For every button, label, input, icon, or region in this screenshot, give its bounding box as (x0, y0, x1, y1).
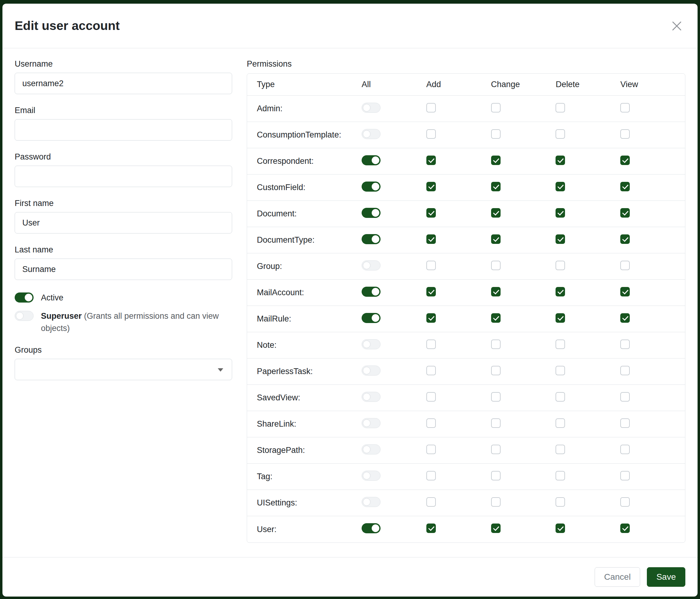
permission-add-checkbox[interactable] (426, 524, 436, 533)
permission-add-checkbox[interactable] (426, 418, 436, 428)
permission-change-checkbox[interactable] (491, 471, 501, 480)
close-icon[interactable] (670, 19, 684, 33)
permission-change-checkbox[interactable] (491, 366, 501, 375)
permission-delete-checkbox[interactable] (555, 261, 565, 270)
permission-add-checkbox[interactable] (426, 261, 436, 270)
permission-all-toggle[interactable] (361, 523, 380, 533)
permission-change-checkbox[interactable] (491, 129, 501, 139)
permission-view-checkbox[interactable] (620, 155, 630, 165)
permission-type-label: PaperlessTask: (247, 367, 361, 376)
password-input[interactable] (15, 166, 232, 187)
permission-add-checkbox[interactable] (426, 208, 436, 218)
permission-all-toggle[interactable] (361, 339, 380, 349)
permission-all-toggle[interactable] (361, 287, 380, 297)
permission-view-checkbox[interactable] (620, 182, 630, 191)
permission-add-checkbox[interactable] (426, 234, 436, 244)
permission-view-checkbox[interactable] (620, 339, 630, 349)
permission-view-checkbox[interactable] (620, 392, 630, 402)
last-name-input[interactable] (15, 259, 232, 280)
permission-delete-checkbox[interactable] (555, 366, 565, 375)
permission-all-toggle[interactable] (361, 497, 380, 507)
permission-change-checkbox[interactable] (491, 497, 501, 507)
permission-all-toggle[interactable] (361, 182, 380, 192)
permission-delete-checkbox[interactable] (555, 339, 565, 349)
permission-change-checkbox[interactable] (491, 339, 501, 349)
permission-add-checkbox[interactable] (426, 313, 436, 323)
permission-delete-checkbox[interactable] (555, 392, 565, 402)
first-name-input[interactable] (15, 212, 232, 234)
permission-view-checkbox[interactable] (620, 103, 630, 113)
active-toggle[interactable] (15, 292, 33, 303)
permission-add-checkbox[interactable] (426, 497, 436, 507)
permission-change-checkbox[interactable] (491, 418, 501, 428)
permission-change-checkbox[interactable] (491, 524, 501, 533)
permission-delete-checkbox[interactable] (555, 524, 565, 533)
email-input[interactable] (15, 119, 232, 141)
permission-add-checkbox[interactable] (426, 155, 436, 165)
permission-view-checkbox[interactable] (620, 497, 630, 507)
permission-view-checkbox[interactable] (620, 524, 630, 533)
permission-change-checkbox[interactable] (491, 261, 501, 270)
permission-all-toggle[interactable] (361, 155, 380, 165)
permission-add-checkbox[interactable] (426, 471, 436, 480)
permission-view-checkbox[interactable] (620, 313, 630, 323)
permission-change-checkbox[interactable] (491, 182, 501, 191)
permission-change-checkbox[interactable] (491, 234, 501, 244)
permission-view-checkbox[interactable] (620, 418, 630, 428)
permission-view-checkbox[interactable] (620, 208, 630, 218)
permission-view-checkbox[interactable] (620, 366, 630, 375)
permission-delete-checkbox[interactable] (555, 497, 565, 507)
permission-delete-checkbox[interactable] (555, 313, 565, 323)
permission-all-toggle[interactable] (361, 313, 380, 323)
permission-all-toggle[interactable] (361, 103, 380, 113)
permission-delete-checkbox[interactable] (555, 182, 565, 191)
permission-delete-checkbox[interactable] (555, 471, 565, 480)
permission-row: MailAccount: (247, 280, 685, 306)
permission-all-toggle[interactable] (361, 418, 380, 428)
permission-all-toggle[interactable] (361, 260, 380, 270)
permission-delete-checkbox[interactable] (555, 155, 565, 165)
permission-add-checkbox[interactable] (426, 392, 436, 402)
permission-view-checkbox[interactable] (620, 471, 630, 480)
superuser-toggle[interactable] (15, 311, 33, 321)
permission-delete-checkbox[interactable] (555, 445, 565, 454)
permission-add-checkbox[interactable] (426, 182, 436, 191)
permission-all-toggle[interactable] (361, 471, 380, 481)
permission-change-checkbox[interactable] (491, 155, 501, 165)
permission-change-checkbox[interactable] (491, 392, 501, 402)
permission-all-toggle[interactable] (361, 208, 380, 218)
username-input[interactable] (15, 73, 232, 94)
permission-all-toggle[interactable] (361, 445, 380, 454)
permission-add-checkbox[interactable] (426, 366, 436, 375)
permission-add-checkbox[interactable] (426, 339, 436, 349)
permission-change-checkbox[interactable] (491, 313, 501, 323)
permission-delete-checkbox[interactable] (555, 129, 565, 139)
permission-view-checkbox[interactable] (620, 129, 630, 139)
save-button[interactable]: Save (647, 567, 685, 587)
permission-change-checkbox[interactable] (491, 103, 501, 113)
permission-add-checkbox[interactable] (426, 103, 436, 113)
permission-all-toggle[interactable] (361, 234, 380, 244)
permission-all-toggle[interactable] (361, 129, 380, 139)
permission-add-checkbox[interactable] (426, 129, 436, 139)
modal-header: Edit user account (2, 4, 698, 48)
permission-delete-checkbox[interactable] (555, 418, 565, 428)
cancel-button[interactable]: Cancel (595, 567, 640, 587)
permission-change-checkbox[interactable] (491, 445, 501, 454)
permission-delete-checkbox[interactable] (555, 287, 565, 296)
permission-change-checkbox[interactable] (491, 208, 501, 218)
permission-all-toggle[interactable] (361, 365, 380, 376)
permission-view-checkbox[interactable] (620, 287, 630, 296)
permission-all-toggle[interactable] (361, 392, 380, 402)
permission-view-checkbox[interactable] (620, 234, 630, 244)
permission-delete-checkbox[interactable] (555, 208, 565, 218)
permission-delete-checkbox[interactable] (555, 103, 565, 113)
permission-view-checkbox[interactable] (620, 445, 630, 454)
permission-change-checkbox[interactable] (491, 287, 501, 296)
permission-delete-checkbox[interactable] (555, 234, 565, 244)
groups-select[interactable] (15, 359, 232, 380)
permission-add-checkbox[interactable] (426, 445, 436, 454)
permission-view-checkbox[interactable] (620, 261, 630, 270)
permission-add-checkbox[interactable] (426, 287, 436, 296)
toggle-knob (363, 130, 371, 138)
